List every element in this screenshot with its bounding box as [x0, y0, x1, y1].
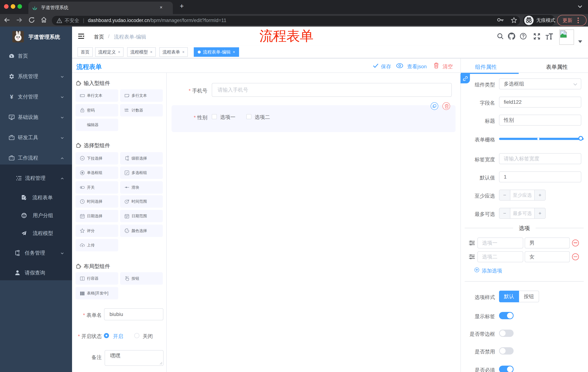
- svg-text:123: 123: [125, 108, 128, 111]
